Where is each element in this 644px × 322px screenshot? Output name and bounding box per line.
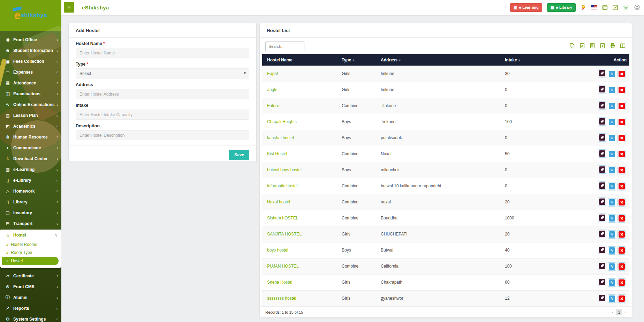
sidebar-item-student-information[interactable]: ☻Student Information‹ — [0, 45, 61, 56]
hamburger-menu-button[interactable]: ≡ — [64, 2, 74, 13]
edit-button[interactable]: ✎ — [608, 182, 616, 190]
hostel-name-link[interactable]: angle — [267, 87, 277, 92]
sidebar-item-transport[interactable]: ⊟Transport‹ — [0, 218, 61, 229]
type-select[interactable]: Select▾ — [76, 68, 249, 78]
tag-button[interactable] — [598, 149, 606, 158]
edit-button[interactable]: ✎ — [608, 134, 616, 142]
hostel-name-link[interactable]: kaushal hostel — [267, 135, 294, 140]
e-library-button[interactable]: ▤e-Library — [547, 3, 576, 12]
edit-button[interactable]: ✎ — [608, 230, 616, 239]
sidebar-subitem-room-type[interactable]: »Room Type — [0, 249, 61, 256]
hostel-name-input[interactable] — [76, 48, 249, 58]
edit-button[interactable]: ✎ — [608, 70, 616, 78]
tag-button[interactable] — [598, 262, 606, 270]
column-header-type[interactable]: Type▾ — [339, 54, 378, 66]
sidebar-item-attendance[interactable]: ▦Attendance‹ — [0, 77, 61, 88]
delete-button[interactable]: ✖ — [618, 102, 626, 110]
delete-button[interactable]: ✖ — [618, 294, 626, 303]
pdf-button[interactable] — [600, 43, 605, 48]
edit-button[interactable]: ✎ — [608, 246, 616, 255]
edit-button[interactable]: ✎ — [608, 166, 616, 174]
tag-button[interactable] — [598, 165, 606, 174]
edit-button[interactable]: ✎ — [608, 86, 616, 94]
sidebar-item-online-examinations[interactable]: ∿Online Examinations‹ — [0, 99, 61, 110]
tasks-icon[interactable] — [613, 5, 618, 10]
hostel-name-link[interactable]: informatic hostel — [267, 184, 297, 188]
delete-button[interactable]: ✖ — [618, 278, 626, 287]
delete-button[interactable]: ✖ — [618, 118, 626, 126]
sidebar-item-homework[interactable]: △Homework‹ — [0, 186, 61, 196]
address-input[interactable] — [76, 89, 249, 99]
award-icon[interactable] — [581, 5, 586, 10]
sidebar-item-academics[interactable]: ◩Academics‹ — [0, 121, 61, 132]
tag-button[interactable] — [598, 294, 606, 302]
sidebar-item-e-library[interactable]: ▯e-Library‹ — [0, 175, 61, 186]
delete-button[interactable]: ✖ — [618, 198, 626, 207]
sidebar-item-library[interactable]: ▯Library‹ — [0, 196, 61, 207]
sidebar-item-human-resource[interactable]: ⋔Human Resource‹ — [0, 132, 61, 142]
sidebar-item-reports[interactable]: ↗Reports‹ — [0, 303, 61, 314]
hostel-name-link[interactable]: PUJAN HOSTEL — [267, 264, 299, 269]
search-input[interactable] — [265, 42, 304, 51]
sidebar-item-alumni[interactable]: ⓘAlumni‹ — [0, 292, 61, 303]
tag-button[interactable] — [598, 214, 606, 222]
e-learning-button[interactable]: ▣e-Learning — [510, 3, 542, 12]
hostel-name-link[interactable]: butwal boys hostel — [267, 167, 302, 172]
sidebar-item-expenses[interactable]: ▭Expenses‹ — [0, 67, 61, 77]
edit-button[interactable]: ✎ — [608, 278, 616, 287]
sidebar-item-certificate[interactable]: ▱Certificate‹ — [0, 270, 61, 281]
hostel-name-link[interactable]: Sneha Hostel — [267, 280, 292, 285]
edit-button[interactable]: ✎ — [608, 262, 616, 271]
hostel-name-link[interactable]: Eagel — [267, 71, 278, 76]
delete-button[interactable]: ✖ — [618, 246, 626, 255]
previous-page-button[interactable]: ‹ — [612, 309, 613, 315]
delete-button[interactable]: ✖ — [618, 70, 626, 78]
sidebar-item-e-learning[interactable]: ▥e-Learning‹ — [0, 164, 61, 175]
delete-button[interactable]: ✖ — [618, 230, 626, 239]
sidebar-subitem-hostel-rooms[interactable]: »Hostel Rooms — [0, 241, 61, 248]
description-input[interactable] — [76, 130, 249, 140]
columns-button[interactable] — [620, 43, 626, 48]
delete-button[interactable]: ✖ — [618, 182, 626, 190]
sidebar-item-front-cms[interactable]: ⊛Front CMS‹ — [0, 281, 61, 292]
user-icon[interactable] — [634, 5, 640, 10]
sidebar-item-hostel[interactable]: ⌂Hostel∨ — [0, 230, 61, 240]
column-header-intake[interactable]: Intake▾ — [502, 54, 589, 66]
edit-button[interactable]: ✎ — [608, 294, 616, 303]
hostel-name-link[interactable]: Future — [267, 103, 279, 108]
sidebar-item-communicate[interactable]: ◖Communicate‹ — [0, 142, 61, 153]
sidebar-item-examinations[interactable]: ◫Examinations‹ — [0, 88, 61, 99]
hostel-name-link[interactable]: Chapali Heights — [267, 119, 297, 124]
edit-button[interactable]: ✎ — [608, 150, 616, 158]
sidebar-item-inventory[interactable]: ▢Inventory‹ — [0, 207, 61, 218]
tag-button[interactable] — [598, 181, 606, 190]
delete-button[interactable]: ✖ — [618, 166, 626, 174]
tag-button[interactable] — [598, 69, 606, 77]
intake-input[interactable] — [76, 110, 249, 120]
column-header-address[interactable]: Address▾ — [378, 54, 502, 66]
delete-button[interactable]: ✖ — [618, 150, 626, 158]
calendar-icon[interactable] — [602, 5, 608, 10]
next-page-button[interactable]: › — [625, 309, 626, 315]
us-flag-icon[interactable] — [591, 5, 597, 9]
edit-button[interactable]: ✎ — [608, 214, 616, 223]
delete-button[interactable]: ✖ — [618, 262, 626, 271]
delete-button[interactable]: ✖ — [618, 134, 626, 142]
copy-button[interactable] — [569, 43, 575, 48]
edit-button[interactable]: ✎ — [608, 198, 616, 207]
tag-button[interactable] — [598, 133, 606, 142]
edit-button[interactable]: ✎ — [608, 102, 616, 110]
sidebar-subitem-hostel[interactable]: »Hostel — [2, 257, 59, 265]
tag-button[interactable] — [598, 85, 606, 93]
delete-button[interactable]: ✖ — [618, 214, 626, 223]
hostel-name-link[interactable]: Kist Hostel — [267, 151, 287, 156]
save-button[interactable]: Save — [229, 150, 249, 160]
tag-button[interactable] — [598, 246, 606, 254]
tag-button[interactable] — [598, 197, 606, 206]
delete-button[interactable]: ✖ — [618, 86, 626, 94]
whatsapp-icon[interactable]: ☏ — [623, 5, 629, 10]
tag-button[interactable] — [598, 117, 606, 126]
hostel-name-link[interactable]: SANJITA HOSTEL — [267, 232, 302, 237]
tag-button[interactable] — [598, 101, 606, 110]
hostel-name-link[interactable]: boys hostel — [267, 248, 288, 253]
